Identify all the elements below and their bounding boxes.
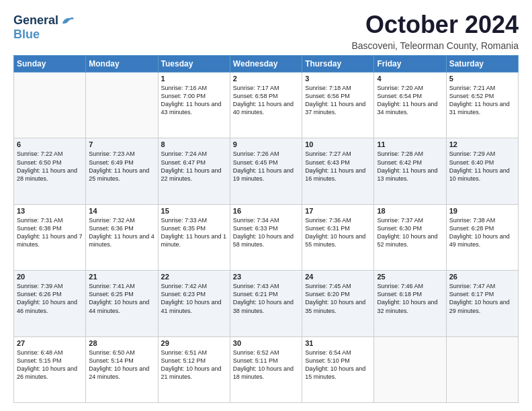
calendar-cell: 8Sunrise: 7:24 AM Sunset: 6:47 PM Daylig… (158, 138, 230, 204)
cell-details: Sunrise: 7:47 AM Sunset: 6:17 PM Dayligh… (449, 282, 515, 315)
header: General Blue October 2024 Bascoveni, Tel… (13, 11, 519, 51)
cell-details: Sunrise: 7:27 AM Sunset: 6:43 PM Dayligh… (305, 150, 371, 183)
calendar-cell: 4Sunrise: 7:20 AM Sunset: 6:54 PM Daylig… (374, 73, 446, 138)
day-number: 29 (161, 339, 227, 347)
calendar-cell (86, 73, 158, 138)
calendar-cell: 22Sunrise: 7:42 AM Sunset: 6:23 PM Dayli… (158, 271, 230, 336)
day-number: 27 (17, 339, 83, 347)
calendar-cell: 3Sunrise: 7:18 AM Sunset: 6:56 PM Daylig… (302, 73, 374, 138)
cell-details: Sunrise: 7:46 AM Sunset: 6:18 PM Dayligh… (377, 282, 443, 315)
calendar-table: SundayMondayTuesdayWednesdayThursdayFrid… (13, 55, 519, 403)
calendar-cell: 29Sunrise: 6:51 AM Sunset: 5:12 PM Dayli… (158, 336, 230, 402)
day-number: 15 (161, 207, 227, 215)
cell-details: Sunrise: 6:52 AM Sunset: 5:11 PM Dayligh… (233, 349, 299, 381)
day-number: 25 (377, 273, 443, 281)
cell-details: Sunrise: 7:28 AM Sunset: 6:42 PM Dayligh… (377, 150, 443, 183)
day-number: 17 (305, 207, 371, 215)
logo: General Blue (13, 13, 75, 42)
calendar-cell: 16Sunrise: 7:34 AM Sunset: 6:33 PM Dayli… (230, 204, 302, 270)
calendar-cell: 21Sunrise: 7:41 AM Sunset: 6:25 PM Dayli… (86, 271, 158, 336)
logo-text: General (13, 14, 58, 28)
weekday-header-sunday: Sunday (14, 56, 86, 73)
cell-details: Sunrise: 6:51 AM Sunset: 5:12 PM Dayligh… (161, 349, 227, 381)
day-number: 22 (161, 273, 227, 281)
calendar-cell: 18Sunrise: 7:37 AM Sunset: 6:30 PM Dayli… (374, 204, 446, 270)
cell-details: Sunrise: 7:41 AM Sunset: 6:25 PM Dayligh… (89, 282, 154, 315)
week-row-4: 20Sunrise: 7:39 AM Sunset: 6:26 PM Dayli… (14, 271, 519, 336)
cell-details: Sunrise: 7:18 AM Sunset: 6:56 PM Dayligh… (305, 84, 371, 117)
day-number: 18 (377, 207, 443, 215)
calendar-cell: 26Sunrise: 7:47 AM Sunset: 6:17 PM Dayli… (446, 271, 518, 336)
cell-details: Sunrise: 7:17 AM Sunset: 6:58 PM Dayligh… (233, 84, 299, 117)
calendar-cell: 30Sunrise: 6:52 AM Sunset: 5:11 PM Dayli… (230, 336, 302, 402)
weekday-header-row: SundayMondayTuesdayWednesdayThursdayFrid… (14, 56, 519, 73)
day-number: 16 (233, 207, 299, 215)
calendar-cell: 5Sunrise: 7:21 AM Sunset: 6:52 PM Daylig… (446, 73, 518, 138)
calendar-cell: 13Sunrise: 7:31 AM Sunset: 6:38 PM Dayli… (14, 204, 86, 270)
calendar-cell: 6Sunrise: 7:22 AM Sunset: 6:50 PM Daylig… (14, 138, 86, 204)
calendar-cell: 2Sunrise: 7:17 AM Sunset: 6:58 PM Daylig… (230, 73, 302, 138)
weekday-header-tuesday: Tuesday (158, 56, 230, 73)
day-number: 20 (17, 273, 83, 281)
cell-details: Sunrise: 7:20 AM Sunset: 6:54 PM Dayligh… (377, 84, 443, 117)
day-number: 6 (17, 140, 83, 148)
calendar-cell: 19Sunrise: 7:38 AM Sunset: 6:28 PM Dayli… (446, 204, 518, 270)
cell-details: Sunrise: 7:16 AM Sunset: 7:00 PM Dayligh… (161, 84, 227, 117)
month-title: October 2024 (352, 11, 519, 39)
day-number: 11 (377, 140, 443, 148)
weekday-header-thursday: Thursday (302, 56, 374, 73)
weekday-header-wednesday: Wednesday (230, 56, 302, 73)
calendar-cell: 15Sunrise: 7:33 AM Sunset: 6:35 PM Dayli… (158, 204, 230, 270)
calendar-cell: 20Sunrise: 7:39 AM Sunset: 6:26 PM Dayli… (14, 271, 86, 336)
cell-details: Sunrise: 7:37 AM Sunset: 6:30 PM Dayligh… (377, 216, 443, 249)
calendar-cell (374, 336, 446, 402)
title-block: October 2024 Bascoveni, Teleorman County… (352, 11, 519, 51)
calendar-cell: 10Sunrise: 7:27 AM Sunset: 6:43 PM Dayli… (302, 138, 374, 204)
cell-details: Sunrise: 7:29 AM Sunset: 6:40 PM Dayligh… (449, 150, 515, 183)
cell-details: Sunrise: 7:26 AM Sunset: 6:45 PM Dayligh… (233, 150, 299, 183)
day-number: 19 (449, 207, 515, 215)
cell-details: Sunrise: 6:48 AM Sunset: 5:15 PM Dayligh… (17, 349, 83, 381)
logo-bird-icon (60, 13, 75, 28)
cell-details: Sunrise: 7:24 AM Sunset: 6:47 PM Dayligh… (161, 150, 227, 183)
cell-details: Sunrise: 7:22 AM Sunset: 6:50 PM Dayligh… (17, 150, 83, 183)
calendar-cell: 12Sunrise: 7:29 AM Sunset: 6:40 PM Dayli… (446, 138, 518, 204)
week-row-5: 27Sunrise: 6:48 AM Sunset: 5:15 PM Dayli… (14, 336, 519, 402)
day-number: 10 (305, 140, 371, 148)
calendar-cell: 28Sunrise: 6:50 AM Sunset: 5:14 PM Dayli… (86, 336, 158, 402)
page: General Blue October 2024 Bascoveni, Tel… (0, 0, 532, 411)
day-number: 28 (89, 339, 154, 347)
day-number: 7 (89, 140, 154, 148)
cell-details: Sunrise: 7:21 AM Sunset: 6:52 PM Dayligh… (449, 84, 515, 117)
calendar-cell: 1Sunrise: 7:16 AM Sunset: 7:00 PM Daylig… (158, 73, 230, 138)
cell-details: Sunrise: 7:45 AM Sunset: 6:20 PM Dayligh… (305, 282, 371, 315)
day-number: 13 (17, 207, 83, 215)
day-number: 3 (305, 75, 371, 83)
day-number: 30 (233, 339, 299, 347)
day-number: 21 (89, 273, 154, 281)
location-subtitle: Bascoveni, Teleorman County, Romania (352, 40, 519, 51)
day-number: 8 (161, 140, 227, 148)
calendar-cell: 23Sunrise: 7:43 AM Sunset: 6:21 PM Dayli… (230, 271, 302, 336)
calendar-cell: 27Sunrise: 6:48 AM Sunset: 5:15 PM Dayli… (14, 336, 86, 402)
cell-details: Sunrise: 7:32 AM Sunset: 6:36 PM Dayligh… (89, 216, 154, 249)
cell-details: Sunrise: 7:33 AM Sunset: 6:35 PM Dayligh… (161, 216, 227, 249)
weekday-header-saturday: Saturday (446, 56, 518, 73)
cell-details: Sunrise: 6:50 AM Sunset: 5:14 PM Dayligh… (89, 349, 154, 381)
day-number: 26 (449, 273, 515, 281)
cell-details: Sunrise: 7:34 AM Sunset: 6:33 PM Dayligh… (233, 216, 299, 249)
cell-details: Sunrise: 7:31 AM Sunset: 6:38 PM Dayligh… (17, 216, 83, 249)
calendar-cell: 11Sunrise: 7:28 AM Sunset: 6:42 PM Dayli… (374, 138, 446, 204)
day-number: 9 (233, 140, 299, 148)
day-number: 23 (233, 273, 299, 281)
calendar-cell: 7Sunrise: 7:23 AM Sunset: 6:49 PM Daylig… (86, 138, 158, 204)
cell-details: Sunrise: 7:39 AM Sunset: 6:26 PM Dayligh… (17, 282, 83, 315)
day-number: 31 (305, 339, 371, 347)
week-row-2: 6Sunrise: 7:22 AM Sunset: 6:50 PM Daylig… (14, 138, 519, 204)
week-row-3: 13Sunrise: 7:31 AM Sunset: 6:38 PM Dayli… (14, 204, 519, 270)
day-number: 4 (377, 75, 443, 83)
calendar-cell (14, 73, 86, 138)
weekday-header-monday: Monday (86, 56, 158, 73)
cell-details: Sunrise: 7:38 AM Sunset: 6:28 PM Dayligh… (449, 216, 515, 249)
weekday-header-friday: Friday (374, 56, 446, 73)
